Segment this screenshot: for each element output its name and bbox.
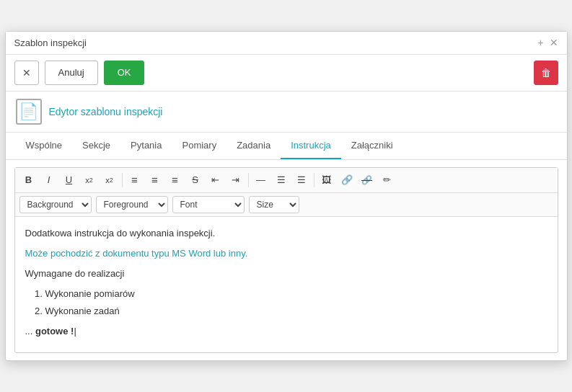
- align-right-button[interactable]: ≡: [166, 171, 185, 190]
- content-list: Wykonanie pomiarów Wykonanie zadań: [45, 286, 547, 319]
- dialog-tabs: Wspólne Sekcje Pytania Pomiary Zadania I…: [6, 133, 567, 160]
- image-icon: 🖼: [322, 174, 331, 185]
- titlebar-plus-icon[interactable]: +: [537, 37, 543, 48]
- content-line2: Może pochodzić z dokumentu typu MS Word …: [25, 246, 547, 262]
- strikethrough-button[interactable]: S: [186, 171, 205, 190]
- indent-left-button[interactable]: ⇤: [206, 171, 225, 190]
- close-x-button[interactable]: ✕: [14, 61, 39, 85]
- dialog-toolbar: ✕ Anuluj OK 🗑: [6, 55, 567, 92]
- titlebar-close-icon[interactable]: ✕: [550, 37, 558, 48]
- unordered-list-icon: ☰: [297, 174, 306, 185]
- content-line4: ... gotowe !|: [25, 324, 547, 339]
- hr-button[interactable]: —: [252, 171, 270, 190]
- ordered-list-icon: ☰: [277, 174, 286, 185]
- tab-wspolne[interactable]: Wspólne: [16, 133, 73, 159]
- tab-sekcje[interactable]: Sekcje: [72, 133, 120, 159]
- underline-button[interactable]: U: [60, 171, 79, 190]
- unlink-icon: 🔗: [361, 175, 372, 185]
- tab-zadania[interactable]: Zadania: [226, 133, 281, 159]
- ordered-list-button[interactable]: ☰: [272, 171, 291, 190]
- sep1: [122, 173, 123, 187]
- cancel-button[interactable]: Anuluj: [45, 61, 98, 85]
- unlink-button[interactable]: 🔗: [358, 171, 377, 190]
- titlebar-icons: + ✕: [537, 37, 558, 48]
- tab-pytania[interactable]: Pytania: [120, 133, 172, 159]
- content-line4-bold: gotowe !: [35, 326, 74, 337]
- editor-title: Edytor szablonu inspekcji: [49, 106, 163, 117]
- dialog-title: Szablon inspekcji: [14, 37, 87, 48]
- sep3: [314, 173, 314, 187]
- tab-pomiary[interactable]: Pomiary: [172, 133, 226, 159]
- size-select[interactable]: Size: [249, 196, 299, 213]
- indent-right-button[interactable]: ⇥: [226, 171, 245, 190]
- eraser-button[interactable]: ✏: [378, 171, 397, 190]
- cursor: |: [74, 326, 76, 337]
- list-item-2: Wykonanie zadań: [45, 303, 547, 319]
- image-button[interactable]: 🖼: [317, 171, 336, 190]
- bold-button[interactable]: B: [19, 171, 38, 190]
- link-button[interactable]: 🔗: [338, 171, 356, 190]
- content-line3: Wymagane do realizacji: [25, 266, 547, 282]
- foreground-select[interactable]: Foreground: [96, 196, 168, 213]
- delete-button[interactable]: 🗑: [534, 61, 558, 85]
- trash-icon: 🗑: [541, 67, 551, 79]
- sep2: [248, 173, 249, 187]
- ok-button[interactable]: OK: [104, 61, 145, 85]
- document-icon: [16, 99, 42, 125]
- content-line4-prefix: ...: [25, 326, 35, 337]
- content-line1: Dodatkowa instrukcja do wykonania inspek…: [25, 226, 547, 241]
- dialog-header: Edytor szablonu inspekcji: [6, 92, 567, 133]
- tab-instrukcja[interactable]: Instrukcja: [281, 133, 341, 159]
- editor-content[interactable]: Dodatkowa instrukcja do wykonania inspek…: [15, 217, 558, 353]
- subscript-button[interactable]: x2: [80, 171, 99, 190]
- unordered-list-button[interactable]: ☰: [292, 171, 311, 190]
- inspection-template-dialog: Szablon inspekcji + ✕ ✕ Anuluj OK 🗑 Edyt…: [5, 31, 568, 362]
- align-center-button[interactable]: ≡: [146, 171, 164, 190]
- list-item-1: Wykonanie pomiarów: [45, 286, 547, 302]
- eraser-icon: ✏: [383, 174, 391, 185]
- link-icon: 🔗: [341, 174, 353, 185]
- superscript-button[interactable]: x2: [100, 171, 119, 190]
- background-select[interactable]: Background: [19, 196, 92, 213]
- format-bar: B I U x2 x2 ≡ ≡ ≡ S ⇤ ⇥ — ☰ ☰ 🖼: [15, 168, 558, 193]
- editor-dropdowns: Background Foreground Font Size: [15, 193, 558, 217]
- align-left-button[interactable]: ≡: [126, 171, 144, 190]
- italic-button[interactable]: I: [40, 171, 58, 190]
- font-select[interactable]: Font: [172, 196, 245, 213]
- editor-container: B I U x2 x2 ≡ ≡ ≡ S ⇤ ⇥ — ☰ ☰ 🖼: [14, 167, 558, 354]
- dialog-titlebar: Szablon inspekcji + ✕: [6, 32, 567, 55]
- tab-zalaczniki[interactable]: Załączniki: [341, 133, 403, 159]
